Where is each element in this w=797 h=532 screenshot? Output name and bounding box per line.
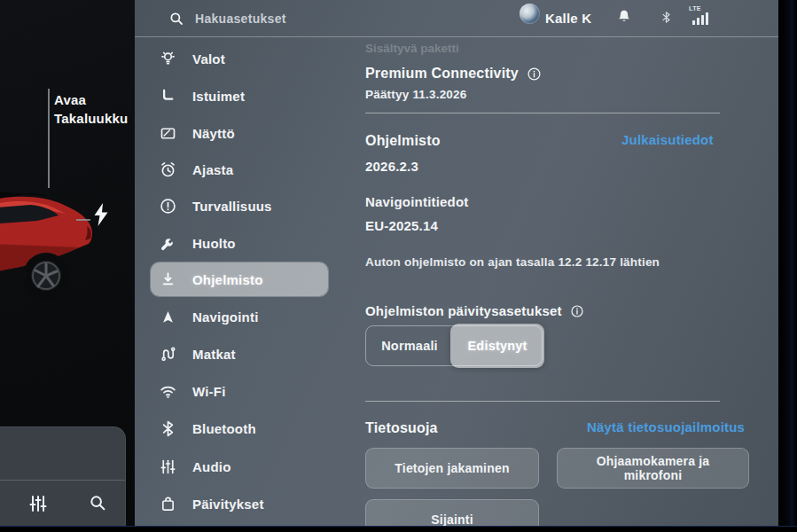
data-sharing-button[interactable]: Tietojen jakaminen xyxy=(365,448,539,489)
sidebar-item-istuimet[interactable]: Istuimet xyxy=(151,79,328,113)
sidebar-item-matkat[interactable]: Matkat xyxy=(151,337,328,371)
top-bar: Kalle K LTE xyxy=(135,0,778,37)
sidebar-item-paivitykset[interactable]: Päivitykset xyxy=(151,487,328,520)
sidebar-item-label: Päivitykset xyxy=(192,497,264,512)
included-package-label: Sisältyvä paketti xyxy=(365,42,459,55)
settings-panel: Kalle K LTE Valot xyxy=(135,0,778,527)
screen-bezel-bottom xyxy=(0,527,797,532)
sidebar-item-bluetooth[interactable]: Bluetooth xyxy=(151,411,328,445)
software-heading: Ohjelmisto xyxy=(365,133,441,149)
charge-bolt-icon[interactable] xyxy=(91,202,111,227)
sidebar-item-naytto[interactable]: Näyttö xyxy=(151,116,328,150)
network-type-label: LTE xyxy=(689,5,701,12)
avatar[interactable] xyxy=(520,4,540,24)
sidebar-item-label: Bluetooth xyxy=(192,421,256,436)
media-player-panel[interactable] xyxy=(0,426,126,532)
release-notes-link[interactable]: Julkaisutiedot xyxy=(621,132,714,147)
bluetooth-icon xyxy=(159,419,177,438)
open-trunk-button[interactable]: Avaa Takaluukku xyxy=(54,90,132,128)
settings-search-input[interactable] xyxy=(193,11,392,27)
info-icon[interactable] xyxy=(570,304,584,318)
bag-icon xyxy=(159,495,177,513)
screen-bezel-right xyxy=(778,0,797,532)
sidebar-item-wifi[interactable]: Wi-Fi xyxy=(151,374,328,408)
download-icon xyxy=(159,270,177,289)
cell-signal-icon: LTE xyxy=(689,5,715,27)
update-preferences-heading: Ohjelmiston päivitysasetukset xyxy=(365,303,584,318)
update-mode-advanced-option[interactable]: Edistynyt xyxy=(450,324,544,368)
sidebar-item-huolto[interactable]: Huolto xyxy=(151,226,328,260)
bell-icon[interactable] xyxy=(616,8,632,25)
sidebar-item-audio[interactable]: Audio xyxy=(151,450,328,483)
sidebar-item-turvallisuus[interactable]: Turvallisuus xyxy=(151,189,328,223)
sliders-icon xyxy=(159,458,177,476)
navigation-data-version: EU-2025.14 xyxy=(365,218,438,233)
tesla-touchscreen: Avaa Takaluukku xyxy=(0,0,797,532)
navigation-arrow-icon xyxy=(159,308,177,326)
search-icon[interactable] xyxy=(168,11,184,27)
premium-connectivity-heading: Premium Connectivity xyxy=(365,66,542,82)
sidebar-item-label: Istuimet xyxy=(192,89,245,104)
lightbulb-icon xyxy=(159,50,177,68)
navigation-data-heading: Navigointitiedot xyxy=(365,194,469,209)
display-icon xyxy=(159,124,177,143)
section-divider xyxy=(365,401,720,402)
location-button[interactable]: Sijainti xyxy=(365,499,539,527)
premium-expiry-text: Päättyy 11.3.2026 xyxy=(365,88,467,101)
sidebar-item-navigointi[interactable]: Navigointi xyxy=(151,300,328,333)
sidebar-item-label: Valot xyxy=(192,51,225,66)
up-to-date-text: Auton ohjelmisto on ajan tasalla 12.2 12… xyxy=(365,255,660,269)
sidebar-item-label: Ajasta xyxy=(192,162,233,177)
sidebar-item-valot[interactable]: Valot xyxy=(151,42,328,75)
car-image xyxy=(0,182,110,306)
equalizer-icon[interactable] xyxy=(27,493,49,514)
wrench-icon xyxy=(159,234,177,253)
software-version: 2026.2.3 xyxy=(365,159,418,174)
route-icon xyxy=(159,345,177,364)
info-icon[interactable] xyxy=(527,66,542,82)
bluetooth-icon[interactable] xyxy=(660,8,673,27)
sidebar-item-label: Huolto xyxy=(192,236,236,251)
update-mode-normal-option[interactable]: Normaali xyxy=(366,326,453,365)
alert-circle-icon xyxy=(159,197,177,215)
charge-port-line xyxy=(76,219,90,221)
alarm-clock-icon xyxy=(159,160,177,179)
sidebar-item-label: Navigointi xyxy=(192,309,259,325)
cabin-camera-button[interactable]: Ohjaamokamera ja mikrofoni xyxy=(557,448,749,489)
trunk-callout-line xyxy=(48,89,50,188)
sidebar-item-ohjelmisto[interactable]: Ohjelmisto xyxy=(151,262,328,296)
sidebar-item-label: Wi-Fi xyxy=(192,384,226,399)
car-visualization-area: Avaa Takaluukku xyxy=(0,0,135,532)
sidebar-item-label: Näyttö xyxy=(192,126,235,141)
sidebar-item-ajasta[interactable]: Ajasta xyxy=(151,153,328,186)
section-divider xyxy=(365,113,720,113)
user-name[interactable]: Kalle K xyxy=(545,11,591,26)
sidebar-item-label: Matkat xyxy=(192,347,236,362)
sidebar-item-label: Audio xyxy=(192,459,231,474)
sidebar-item-label: Ohjelmisto xyxy=(192,272,263,287)
seat-icon xyxy=(159,87,177,106)
privacy-notice-link[interactable]: Näytä tietosuojailmoitus xyxy=(587,419,745,434)
search-icon[interactable] xyxy=(88,493,107,512)
wifi-icon xyxy=(159,382,177,401)
media-panel-divider xyxy=(0,480,125,481)
update-mode-segmented-control: Normaali Edistynyt xyxy=(365,325,543,366)
sidebar-item-label: Turvallisuus xyxy=(192,199,272,214)
privacy-heading: Tietosuoja xyxy=(365,420,438,436)
